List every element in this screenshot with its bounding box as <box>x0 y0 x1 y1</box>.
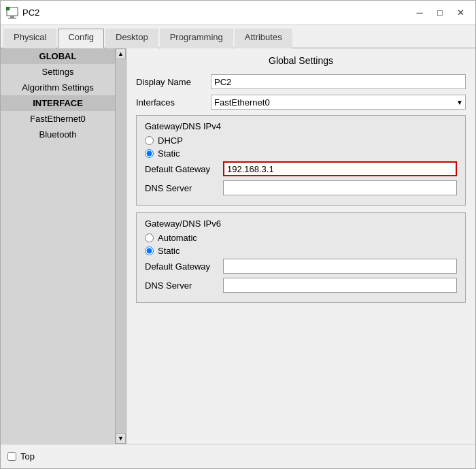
top-label: Top <box>20 451 35 462</box>
tab-config[interactable]: Config <box>58 29 104 48</box>
top-checkbox-label[interactable]: Top <box>7 451 35 462</box>
ipv6-automatic-label[interactable]: Automatic <box>158 233 197 243</box>
ipv4-dhcp-radio[interactable] <box>145 136 154 145</box>
sidebar-scrollbar: ▲ ▼ <box>115 48 126 444</box>
ipv6-gateway-label: Default Gateway <box>145 261 223 272</box>
window-title: PC2 <box>22 7 410 18</box>
ipv6-static-label[interactable]: Static <box>158 246 180 256</box>
ipv4-dhcp-label[interactable]: DHCP <box>158 135 183 146</box>
interfaces-select[interactable]: FastEthernet0 Bluetooth <box>211 95 466 110</box>
tab-programming[interactable]: Programming <box>160 29 233 48</box>
ipv6-dns-row: DNS Server <box>145 278 457 293</box>
ipv4-dhcp-row: DHCP <box>145 135 457 146</box>
maximize-button[interactable]: □ <box>430 5 449 21</box>
ipv4-section-title: Gateway/DNS IPv4 <box>145 121 457 131</box>
scroll-up-button[interactable]: ▲ <box>116 48 126 59</box>
interfaces-label: Interfaces <box>136 97 211 108</box>
sidebar-item-algorithm-settings[interactable]: Algorithm Settings <box>1 80 115 95</box>
ipv6-section-title: Gateway/DNS IPv6 <box>145 219 457 229</box>
ipv4-section: Gateway/DNS IPv4 DHCP Static Default Gat… <box>136 115 466 206</box>
bottom-bar: Top <box>1 444 475 468</box>
ipv6-gateway-row: Default Gateway <box>145 259 457 274</box>
sidebar-item-bluetooth[interactable]: Bluetooth <box>1 127 115 142</box>
window-controls: ─ □ ✕ <box>410 5 470 21</box>
svg-rect-1 <box>6 7 10 10</box>
ipv4-dns-row: DNS Server <box>145 180 457 195</box>
ipv6-dns-input[interactable] <box>223 278 457 293</box>
top-checkbox[interactable] <box>7 452 16 461</box>
ipv4-dns-input[interactable] <box>223 180 457 195</box>
sidebar-list: GLOBAL Settings Algorithm Settings INTER… <box>1 48 115 444</box>
display-name-input[interactable] <box>211 74 466 89</box>
scroll-down-button[interactable]: ▼ <box>116 433 126 444</box>
tab-desktop[interactable]: Desktop <box>105 29 158 48</box>
main-window: PC2 ─ □ ✕ Physical Config Desktop Progra… <box>0 0 476 469</box>
display-name-row: Display Name <box>136 74 466 89</box>
sidebar-global-header: GLOBAL <box>1 48 115 64</box>
display-name-label: Display Name <box>136 77 211 87</box>
ipv6-automatic-radio[interactable] <box>145 233 154 242</box>
ipv4-gateway-label: Default Gateway <box>145 164 223 174</box>
svg-rect-3 <box>8 18 16 19</box>
ipv6-static-row: Static <box>145 246 457 256</box>
tab-physical[interactable]: Physical <box>3 29 56 48</box>
sidebar-interface-header: INTERFACE <box>1 95 115 111</box>
ipv4-gateway-row: Default Gateway <box>145 161 457 176</box>
svg-rect-2 <box>10 16 14 18</box>
sidebar: GLOBAL Settings Algorithm Settings INTER… <box>1 48 126 444</box>
ipv6-dns-label: DNS Server <box>145 280 223 291</box>
ipv4-gateway-input[interactable] <box>223 161 457 176</box>
tab-bar: Physical Config Desktop Programming Attr… <box>1 25 475 48</box>
ipv4-static-radio[interactable] <box>145 149 154 158</box>
interfaces-select-wrapper: FastEthernet0 Bluetooth ▼ <box>211 95 466 110</box>
panel-title: Global Settings <box>136 55 466 66</box>
ipv6-static-radio[interactable] <box>145 246 154 255</box>
ipv6-automatic-row: Automatic <box>145 233 457 243</box>
ipv4-static-row: Static <box>145 148 457 159</box>
minimize-button[interactable]: ─ <box>410 5 429 21</box>
close-button[interactable]: ✕ <box>451 5 470 21</box>
ipv6-section: Gateway/DNS IPv6 Automatic Static Defaul… <box>136 212 466 303</box>
title-bar: PC2 ─ □ ✕ <box>1 1 475 25</box>
app-icon <box>6 7 18 19</box>
ipv4-dns-label: DNS Server <box>145 183 223 193</box>
ipv4-static-label[interactable]: Static <box>158 148 180 159</box>
sidebar-item-settings[interactable]: Settings <box>1 64 115 80</box>
main-content: GLOBAL Settings Algorithm Settings INTER… <box>1 48 475 444</box>
right-panel: Global Settings Display Name Interfaces … <box>126 48 475 444</box>
sidebar-item-fastethernet0[interactable]: FastEthernet0 <box>1 111 115 127</box>
tab-attributes[interactable]: Attributes <box>235 29 292 48</box>
ipv6-gateway-input[interactable] <box>223 259 457 274</box>
interfaces-row: Interfaces FastEthernet0 Bluetooth ▼ <box>136 95 466 110</box>
scroll-track <box>116 59 126 433</box>
